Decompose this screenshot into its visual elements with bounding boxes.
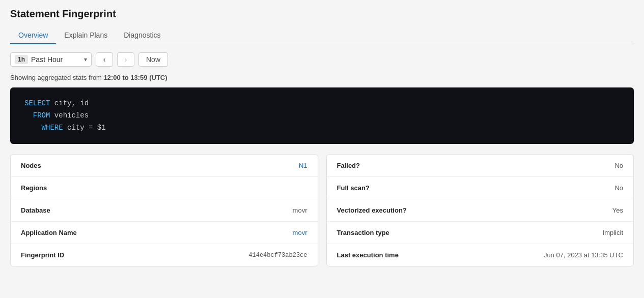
next-button[interactable]: ›	[117, 52, 134, 67]
time-label: Past Hour	[31, 55, 81, 64]
info-row-nodes: Nodes N1	[11, 155, 318, 177]
info-row-last-execution: Last execution time Jun 07, 2023 at 13:3…	[327, 244, 634, 266]
nodes-label: Nodes	[21, 162, 41, 169]
stats-info: Showing aggregated stats from 12:00 to 1…	[10, 74, 634, 81]
nodes-value[interactable]: N1	[299, 162, 307, 169]
tabs-bar: Overview Explain Plans Diagnostics	[10, 27, 634, 44]
failed-label: Failed?	[337, 162, 360, 169]
last-execution-label: Last execution time	[337, 251, 399, 259]
tab-overview[interactable]: Overview	[10, 27, 56, 44]
keyword-select: SELECT	[24, 99, 50, 107]
full-scan-value: No	[614, 184, 623, 192]
code-block: SELECT city, id FROM vehicles WHERE city…	[10, 87, 634, 144]
keyword-from: FROM	[33, 111, 50, 120]
time-selector[interactable]: 1h Past Hour ▾	[10, 52, 92, 67]
database-value: movr	[293, 206, 307, 214]
database-label: Database	[21, 206, 50, 214]
app-name-value[interactable]: movr	[293, 229, 307, 236]
transaction-type-label: Transaction type	[337, 229, 389, 236]
page-title: Statement Fingerprint	[10, 8, 634, 20]
left-card: Nodes N1 Regions Database movr Applicati…	[10, 154, 318, 266]
failed-value: No	[614, 162, 623, 169]
page-container: Statement Fingerprint Overview Explain P…	[0, 0, 644, 298]
info-row-regions: Regions	[11, 177, 318, 199]
controls-row: 1h Past Hour ▾ ‹ › Now	[10, 52, 634, 67]
tab-diagnostics[interactable]: Diagnostics	[116, 27, 169, 44]
fingerprint-label: Fingerprint ID	[21, 251, 64, 259]
vectorized-label: Vectorized execution?	[337, 206, 407, 214]
full-scan-label: Full scan?	[337, 184, 370, 192]
tab-explain-plans[interactable]: Explain Plans	[56, 27, 116, 44]
app-name-label: Application Name	[21, 229, 77, 236]
transaction-type-value: Implicit	[603, 229, 623, 236]
info-row-vectorized: Vectorized execution? Yes	[327, 199, 634, 222]
info-row-full-scan: Full scan? No	[327, 177, 634, 199]
right-card: Failed? No Full scan? No Vectorized exec…	[326, 154, 634, 266]
info-cards: Nodes N1 Regions Database movr Applicati…	[10, 154, 634, 266]
fingerprint-value: 414e4bcf73ab23ce	[248, 252, 307, 259]
prev-button[interactable]: ‹	[96, 52, 113, 67]
time-badge: 1h	[15, 55, 28, 64]
info-row-database: Database movr	[11, 199, 318, 222]
code-line-1: SELECT city, id	[24, 98, 620, 110]
regions-label: Regions	[21, 184, 47, 192]
chevron-down-icon: ▾	[84, 56, 87, 63]
code-line-3: WHERE city = $1	[24, 122, 620, 134]
info-row-app-name: Application Name movr	[11, 222, 318, 244]
keyword-where: WHERE	[42, 124, 63, 132]
info-row-fingerprint: Fingerprint ID 414e4bcf73ab23ce	[11, 244, 318, 266]
info-row-failed: Failed? No	[327, 155, 634, 177]
last-execution-value: Jun 07, 2023 at 13:35 UTC	[544, 251, 623, 259]
vectorized-value: Yes	[612, 206, 623, 214]
info-row-transaction-type: Transaction type Implicit	[327, 222, 634, 244]
code-line-2: FROM vehicles	[24, 110, 620, 122]
now-button[interactable]: Now	[138, 52, 168, 67]
